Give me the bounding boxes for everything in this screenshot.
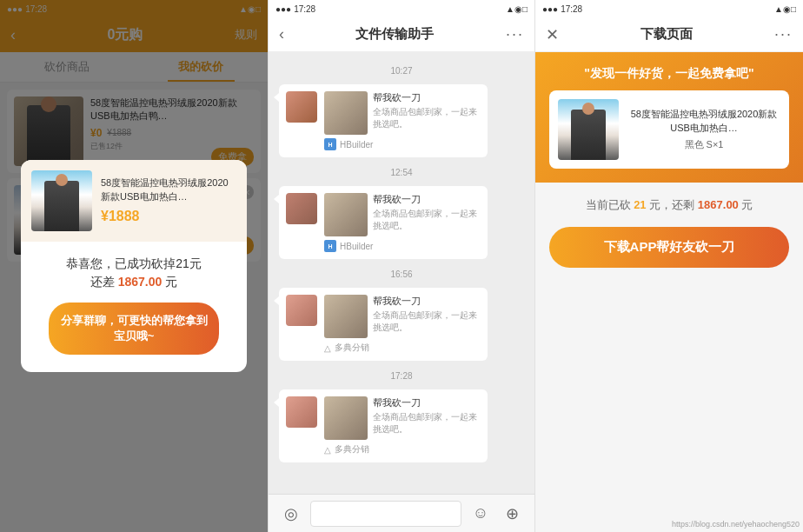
add-icon[interactable]: ⊕ [500,502,524,526]
chat-content-4: 帮我砍一刀 全场商品包邮到家，一起来挑选吧。 △ 多典分销 [324,396,481,456]
phone-2: ●●● 17:28 ▲◉□ ‹ 文件传输助手 ··· 10:27 帮我砍一刀 全… [268,0,535,532]
download-app-button[interactable]: 下载APP帮好友砍一刀 [549,227,789,268]
status-signal-3: ●●● 17:28 [542,4,582,14]
chat-card-image-3 [324,295,368,338]
download-content: "发现一件好货，一起免费拿吧" 58度智能温控电热羽绒服2020新款USB电加热… [535,52,803,532]
chat-card-title-1: 帮我砍一刀 [373,91,481,104]
chat-bubble-1[interactable]: 帮我砍一刀 全场商品包邮到家，一起来挑选吧。 H HBuilder [279,84,488,157]
popup-success-text: 恭喜您，已成功砍掉21元 [35,254,233,273]
download-product-image [558,99,619,160]
chat-card-title-2: 帮我砍一刀 [373,193,481,206]
chat-avatar-2 [286,193,317,224]
popup-diff-amount: 1867.00 [118,275,163,289]
chat-area: 10:27 帮我砍一刀 全场商品包邮到家，一起来挑选吧。 H [269,52,534,494]
chat-card-image-4 [324,396,368,440]
list-item: 帮我砍一刀 全场商品包邮到家，一起来挑选吧。 △ 多典分销 [279,288,524,361]
chat-card-desc-2: 全场商品包邮到家，一起来挑选吧。 [373,208,481,232]
chat-avatar-1 [286,91,317,123]
chat-time-2: 12:54 [269,168,534,177]
chat-content-2: 帮我砍一刀 全场商品包邮到家，一起来挑选吧。 H HBuilder [324,193,481,252]
hero-banner-text: "发现一件好货，一起免费拿吧" [549,66,789,82]
download-product-name: 58度智能温控电热羽绒服2020新款USB电加热白… [627,108,780,135]
stats-area: 当前已砍 21 元，还剩 1867.00 元 [535,183,803,227]
bottom-right-icons: ☺ ⊕ [468,502,524,526]
chat-time-4: 17:28 [269,371,534,381]
phone-3: ●●● 17:28 ▲◉□ ✕ 下载页面 ··· "发现一件好货，一起免费拿吧"… [535,0,803,532]
chat-source-2: H HBuilder [324,240,481,252]
popup-diff-text: 还差 1867.00 元 [35,275,233,290]
chat-card-desc-3: 全场商品包邮到家，一起来挑选吧。 [373,309,481,334]
popup-share-button[interactable]: 分享群聊，可更快的帮您拿到宝贝哦~ [49,303,219,355]
chat-bubble-4[interactable]: 帮我砍一刀 全场商品包邮到家，一起来挑选吧。 △ 多典分销 [279,389,488,462]
chat-time-3: 16:56 [269,269,534,279]
hero-banner: "发现一件好货，一起免费拿吧" 58度智能温控电热羽绒服2020新款USB电加热… [535,52,803,183]
list-item: 帮我砍一刀 全场商品包邮到家，一起来挑选吧。 △ 多典分销 [279,389,524,462]
chat-avatar-4 [286,396,317,428]
nav-bar-3: ✕ 下载页面 ··· [535,17,803,52]
chat-time-1: 10:27 [269,66,534,76]
chat-source-3: △ 多典分销 [324,342,481,354]
chat-bubble-3[interactable]: 帮我砍一刀 全场商品包邮到家，一起来挑选吧。 △ 多典分销 [279,288,488,361]
popup-product-area: 58度智能温控电热羽绒服2020新款USB电加热白… ¥1888 [21,160,247,242]
chat-avatar-3 [286,295,317,326]
status-icons-3: ▲◉□ [774,4,796,14]
status-bar-2: ●●● 17:28 ▲◉□ [269,0,534,17]
bottom-bar-2: ◎ ☺ ⊕ [269,494,534,532]
multi-icon-4: △ [324,445,331,455]
download-product-info: 58度智能温控电热羽绒服2020新款USB电加热白… 黑色 S×1 [627,108,780,151]
page-title-3: 下载页面 [640,26,693,43]
nav-bar-2: ‹ 文件传输助手 ··· [269,17,534,52]
chat-card-3: 帮我砍一刀 全场商品包邮到家，一起来挑选吧。 [324,295,481,338]
popup-box: 58度智能温控电热羽绒服2020新款USB电加热白… ¥1888 恭喜您，已成功… [21,160,247,372]
phone-1: ●●● 17:28 ▲◉□ ‹ 0元购 规则 砍价商品 我的砍价 [0,0,268,532]
chat-input[interactable] [310,501,461,527]
status-icons-2: ▲◉□ [506,4,528,14]
popup-overlay: 58度智能温控电热羽绒服2020新款USB电加热白… ¥1888 恭喜您，已成功… [0,0,268,532]
chat-card-title-3: 帮我砍一刀 [373,295,481,308]
remaining-amount: 1867.00 [698,198,739,211]
chat-source-4: △ 多典分销 [324,443,481,456]
chat-card-1: 帮我砍一刀 全场商品包邮到家，一起来挑选吧。 [324,91,481,135]
chat-card-desc-4: 全场商品包邮到家，一起来挑选吧。 [373,411,481,436]
download-product-spec: 黑色 S×1 [627,138,780,151]
status-signal-2: ●●● 17:28 [275,4,315,14]
chat-card-4: 帮我砍一刀 全场商品包邮到家，一起来挑选吧。 [324,396,481,440]
list-item: 帮我砍一刀 全场商品包邮到家，一起来挑选吧。 H HBuilder [279,84,524,157]
emoji-icon[interactable]: ☺ [468,502,493,526]
saved-amount: 21 [634,198,646,211]
popup-body: 恭喜您，已成功砍掉21元 还差 1867.00 元 分享群聊，可更快的帮您拿到宝… [21,242,247,355]
page-title-2: 文件传输助手 [355,26,434,43]
more-button-2[interactable]: ··· [506,25,524,43]
chat-card-image-2 [324,193,368,236]
popup-product-price: ¥1888 [101,209,236,224]
status-bar-3: ●●● 17:28 ▲◉□ [535,0,803,17]
popup-product-info: 58度智能温控电热羽绒服2020新款USB电加热白… ¥1888 [101,176,236,224]
voice-icon[interactable]: ◎ [279,502,303,526]
back-button-2[interactable]: ‹ [279,25,284,43]
multi-icon-3: △ [324,343,331,353]
watermark: https://blog.csdn.net/yehaocheng520 [672,520,800,529]
list-item: 帮我砍一刀 全场商品包邮到家，一起来挑选吧。 H HBuilder [279,186,524,259]
popup-product-name: 58度智能温控电热羽绒服2020新款USB电加热白… [101,176,236,203]
hbuilder-icon-2: H [324,240,336,252]
chat-card-2: 帮我砍一刀 全场商品包邮到家，一起来挑选吧。 [324,193,481,236]
chat-card-desc-1: 全场商品包邮到家，一起来挑选吧。 [373,106,481,130]
close-button-3[interactable]: ✕ [546,25,559,44]
chat-content-3: 帮我砍一刀 全场商品包邮到家，一起来挑选吧。 △ 多典分销 [324,295,481,354]
more-button-3[interactable]: ··· [774,25,793,43]
hbuilder-icon-1: H [324,138,336,150]
chat-card-title-4: 帮我砍一刀 [373,396,481,409]
download-product-card: 58度智能温控电热羽绒服2020新款USB电加热白… 黑色 S×1 [549,90,789,169]
popup-product-image [31,170,92,231]
chat-source-1: H HBuilder [324,138,481,150]
chat-bubble-2[interactable]: 帮我砍一刀 全场商品包邮到家，一起来挑选吧。 H HBuilder [279,186,488,259]
chat-content-1: 帮我砍一刀 全场商品包邮到家，一起来挑选吧。 H HBuilder [324,91,481,150]
chat-card-image-1 [324,91,368,135]
